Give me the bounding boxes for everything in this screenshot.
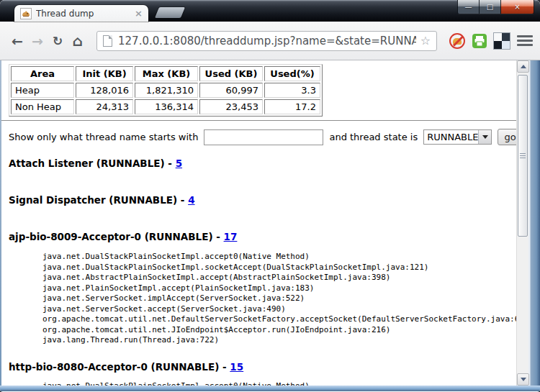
table-cell: 60,997: [199, 83, 263, 98]
address-bar[interactable]: 127.0.0.1:8080/threaddump.jsp?name=&stat…: [96, 31, 437, 51]
stack-trace: java.net.DualStackPlainSocketImpl.accept…: [42, 381, 516, 386]
reload-icon[interactable]: ↻: [48, 31, 68, 51]
stack-frame: java.net.ServerSocket.implAccept(ServerS…: [42, 293, 516, 304]
title-bar[interactable]: Thread dump × — □ ×: [0, 0, 540, 22]
col-header-max: Max (KB): [135, 66, 198, 81]
minimize-icon: —: [465, 4, 472, 11]
url-text[interactable]: 127.0.0.1:8080/threaddump.jsp?name=&stat…: [118, 35, 416, 47]
thread-filter-form: Show only what thread name starts with a…: [9, 129, 516, 145]
table-row: Non Heap 24,313 136,314 23,453 17.2: [11, 99, 320, 114]
window-border-bottom: [0, 386, 540, 391]
browser-toolbar: ← → ↻ ⌂ 127.0.0.1:8080/threaddump.jsp?na…: [0, 22, 540, 60]
back-icon[interactable]: ←: [7, 31, 27, 51]
table-cell: 17.2: [264, 99, 320, 114]
table-cell: 128,016: [76, 83, 133, 98]
stack-frame: org.apache.tomcat.util.net.JIoEndpoint$A…: [42, 325, 516, 336]
quad-bl: [494, 41, 502, 49]
table-cell: Heap: [11, 83, 74, 98]
maximize-icon: □: [487, 4, 493, 11]
filter-label-prefix: Show only what thread name starts with: [9, 132, 198, 142]
thread-heading: ajp-bio-8009-Acceptor-0 (RUNNABLE) - 17: [9, 231, 516, 242]
thread-title: http-bio-8080-Acceptor-0 (RUNNABLE) -: [9, 361, 227, 373]
quad-tl: [494, 33, 502, 41]
menu-icon[interactable]: [517, 33, 533, 49]
page-icon: [103, 35, 112, 47]
col-header-used-pct: Used(%): [264, 66, 320, 81]
close-button[interactable]: ×: [500, 0, 534, 14]
scroll-down-button[interactable]: [517, 373, 529, 386]
new-tab-button[interactable]: [155, 7, 185, 18]
stack-frame: java.net.DualStackPlainSocketImpl.socket…: [42, 263, 516, 273]
thread-count-link[interactable]: 15: [230, 361, 243, 373]
scrollbar-thumb[interactable]: [518, 75, 528, 237]
col-header-area: Area: [11, 66, 74, 81]
table-cell: Non Heap: [11, 99, 74, 114]
col-header-used: Used (KB): [199, 66, 263, 81]
thread-heading: Signal Dispatcher (RUNNABLE) - 4: [9, 194, 516, 206]
printer-extension-icon[interactable]: [472, 33, 487, 49]
page-content: Area Init (KB) Max (KB) Used (KB) Used(%…: [1, 60, 516, 386]
down-arrow-icon: [521, 378, 526, 381]
filter-label-state: and thread state is: [329, 132, 418, 142]
thread-title: ajp-bio-8009-Acceptor-0 (RUNNABLE) -: [9, 231, 220, 242]
maximize-button[interactable]: □: [479, 0, 501, 14]
quad-tr: [502, 33, 510, 41]
thread-count-link[interactable]: 4: [188, 194, 194, 206]
thread-state-select[interactable]: RUNNABLE: [423, 129, 492, 145]
selected-state: RUNNABLE: [424, 132, 478, 142]
table-header-row: Area Init (KB) Max (KB) Used (KB) Used(%…: [11, 66, 320, 81]
quadrant-extension-icon[interactable]: [494, 33, 510, 49]
dropdown-arrow-icon[interactable]: [478, 130, 491, 144]
table-cell: 23,453: [199, 99, 263, 114]
divider: [1, 120, 516, 122]
go-button[interactable]: go!: [498, 129, 516, 145]
tab-title: Thread dump: [36, 9, 135, 19]
browser-tab[interactable]: Thread dump ×: [14, 5, 148, 22]
thread-heading: http-bio-8080-Acceptor-0 (RUNNABLE) - 15: [9, 361, 516, 373]
bookmark-star-icon[interactable]: ☆: [420, 34, 431, 47]
stack-frame: java.net.DualStackPlainSocketImpl.accept…: [42, 252, 516, 263]
thread-title: Signal Dispatcher (RUNNABLE) -: [9, 194, 184, 206]
close-icon: ×: [514, 4, 520, 11]
table-cell: 3.3: [264, 83, 320, 98]
thumb-grip-icon: [520, 153, 526, 158]
memory-table: Area Init (KB) Max (KB) Used (KB) Used(%…: [9, 64, 323, 117]
browser-window: Thread dump × — □ × ← → ↻ ⌂ 127.0.0.1:80…: [0, 0, 540, 392]
blocker-extension-icon[interactable]: [449, 33, 465, 49]
thread-count-link[interactable]: 17: [224, 231, 238, 242]
window-controls: — □ ×: [458, 0, 534, 14]
prohibition-ring-icon: [449, 33, 465, 49]
stack-trace: java.net.DualStackPlainSocketImpl.accept…: [42, 252, 516, 346]
forward-icon[interactable]: →: [27, 31, 48, 51]
stack-frame: java.net.ServerSocket.accept(ServerSocke…: [42, 304, 516, 315]
table-cell: 24,313: [76, 99, 133, 114]
scroll-up-button[interactable]: [517, 60, 529, 73]
stack-frame: java.lang.Thread.run(Thread.java:722): [42, 335, 516, 346]
thread-name-input[interactable]: [204, 129, 323, 145]
table-cell: 136,314: [135, 99, 198, 114]
quad-br: [502, 41, 510, 49]
minimize-button[interactable]: —: [457, 0, 480, 14]
tomcat-favicon-icon: [20, 8, 32, 19]
vertical-scrollbar[interactable]: [516, 60, 528, 386]
table-row: Heap 128,016 1,821,310 60,997 3.3: [11, 83, 320, 98]
stack-frame: org.apache.tomcat.util.net.DefaultServer…: [42, 314, 516, 325]
stack-frame: java.net.DualStackPlainSocketImpl.accept…: [42, 381, 516, 386]
up-arrow-icon: [521, 65, 526, 68]
col-header-init: Init (KB): [76, 66, 133, 81]
stack-frame: java.net.PlainSocketImpl.accept(PlainSoc…: [42, 283, 516, 294]
thread-count-link[interactable]: 5: [176, 158, 182, 169]
window-border-right: [528, 60, 540, 386]
home-icon[interactable]: ⌂: [68, 31, 88, 51]
thread-title: Attach Listener (RUNNABLE) -: [9, 158, 172, 169]
thread-heading: Attach Listener (RUNNABLE) - 5: [9, 158, 516, 169]
stack-frame: java.net.AbstractPlainSocketImpl.accept(…: [42, 273, 516, 283]
tab-close-icon[interactable]: ×: [135, 9, 143, 18]
table-cell: 1,821,310: [135, 83, 198, 98]
